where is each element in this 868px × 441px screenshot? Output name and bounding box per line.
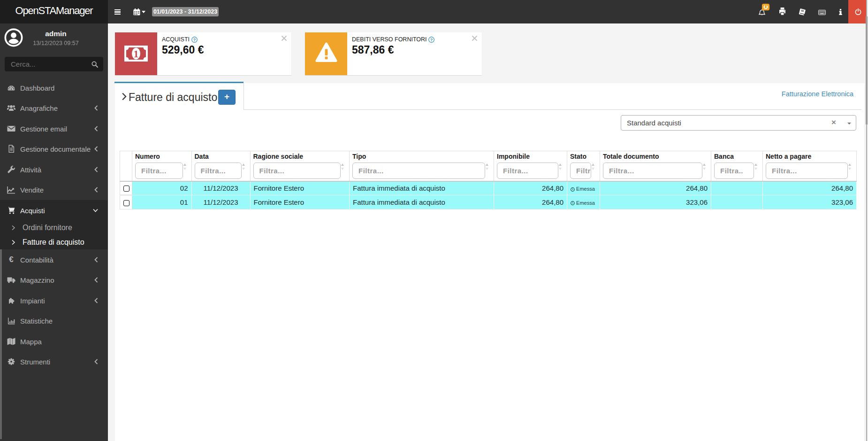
- svg-text:1: 1: [134, 48, 139, 60]
- svg-text:?: ?: [193, 37, 196, 42]
- svg-text:?: ?: [430, 37, 433, 42]
